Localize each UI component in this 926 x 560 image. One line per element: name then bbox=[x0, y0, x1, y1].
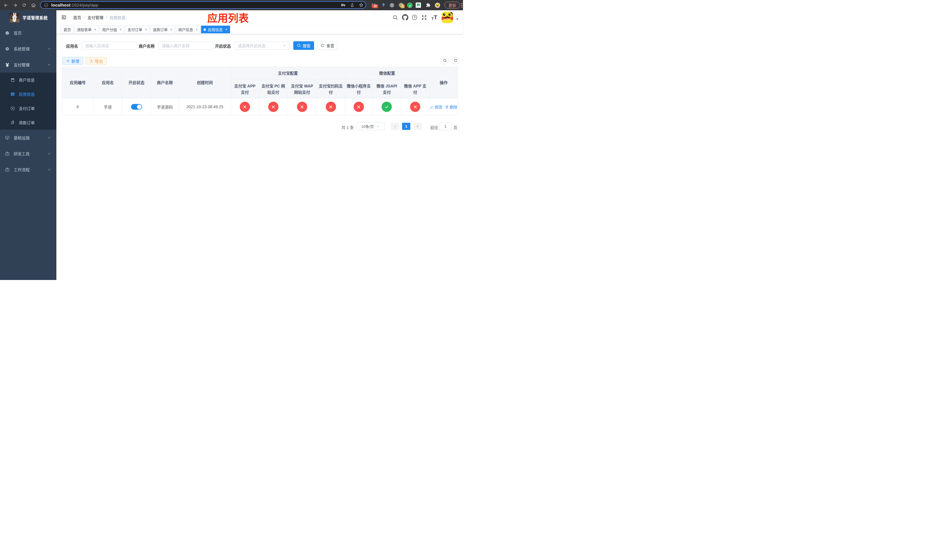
svg-text:¥: ¥ bbox=[12, 107, 14, 110]
svg-text:⌘: ⌘ bbox=[390, 3, 393, 6]
svg-text:y: y bbox=[409, 3, 411, 7]
svg-text:?: ? bbox=[414, 16, 416, 19]
